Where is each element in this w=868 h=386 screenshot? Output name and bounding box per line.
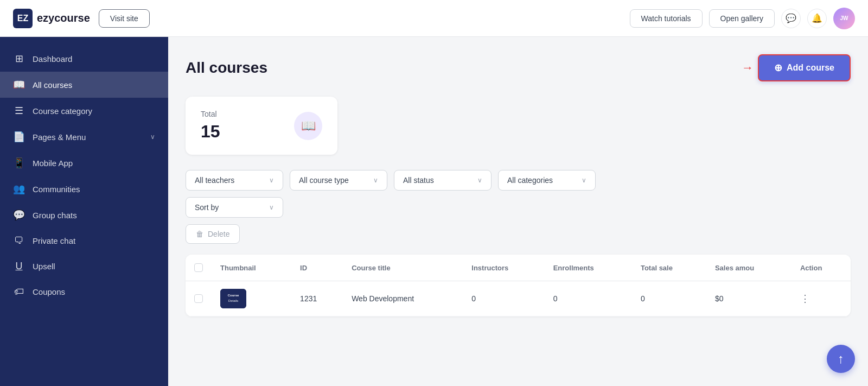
stats-icon: 📖 (294, 112, 322, 140)
row-sales-amount: $0 (706, 281, 792, 317)
row-instructors: 0 (463, 281, 544, 317)
topbar-right: Watch tutorials Open gallery 💬 🔔 JW (630, 8, 855, 29)
category-icon: ☰ (13, 105, 25, 117)
courses-table: Thumbnail ID Course title Instructors En… (186, 255, 851, 317)
topbar: EZ ezycourse Visit site Watch tutorials … (0, 0, 868, 37)
page-header: All courses → ⊕ Add course (186, 54, 851, 81)
stats-info: Total 15 (201, 110, 220, 142)
all-course-type-filter[interactable]: All course type ∨ (290, 170, 387, 191)
header-right: → ⊕ Add course (758, 54, 851, 81)
sidebar-item-label: Pages & Menu (33, 132, 86, 142)
filters-row-2: Sort by ∨ (186, 197, 851, 218)
book-stats-icon: 📖 (301, 119, 316, 133)
chevron-down-icon: ∨ (373, 176, 378, 184)
pages-icon: 📄 (13, 131, 25, 143)
notification-bell-button[interactable]: 🔔 (807, 9, 827, 28)
courses-table-element: Thumbnail ID Course title Instructors En… (186, 255, 851, 317)
row-id: 1231 (291, 281, 343, 317)
svg-rect-0 (220, 289, 246, 308)
all-categories-filter[interactable]: All categories ∨ (498, 170, 596, 191)
all-teachers-filter[interactable]: All teachers ∨ (186, 170, 283, 191)
logo-icon: EZ (13, 9, 33, 28)
row-course-title: Web Development (343, 281, 463, 317)
topbar-left: EZ ezycourse Visit site (13, 9, 150, 28)
row-checkbox-cell (186, 281, 212, 317)
user-avatar[interactable]: JW (833, 8, 855, 29)
col-id: ID (291, 255, 343, 281)
row-thumbnail: Course Details (212, 281, 291, 317)
bell-icon: 🔔 (812, 13, 822, 23)
coupons-icon: 🏷 (13, 286, 25, 298)
sidebar-item-label: Private chat (33, 236, 75, 245)
sidebar-item-pages-menu[interactable]: 📄 Pages & Menu ∨ (0, 124, 168, 150)
svg-text:Course: Course (228, 294, 239, 297)
chevron-down-icon: ∨ (150, 133, 155, 141)
mobile-icon: 📱 (13, 157, 25, 169)
sidebar-item-dashboard[interactable]: ⊞ Dashboard (0, 46, 168, 72)
sidebar-item-communities[interactable]: 👥 Communities (0, 176, 168, 202)
sidebar-item-label: Course category (33, 106, 92, 116)
visit-site-button[interactable]: Visit site (99, 9, 150, 28)
col-instructors: Instructors (463, 255, 544, 281)
dashboard-icon: ⊞ (13, 53, 25, 65)
sidebar-item-private-chat[interactable]: 🗨 Private chat (0, 228, 168, 254)
logo-text: ezycourse (37, 12, 90, 24)
sidebar-item-label: Communities (33, 185, 80, 194)
course-thumbnail: Course Details (220, 289, 246, 308)
group-chat-icon: 💬 (13, 209, 25, 221)
fab-button[interactable]: ↑ (827, 345, 855, 373)
col-enrollments: Enrollments (545, 255, 632, 281)
book-icon: 📖 (13, 79, 25, 91)
sidebar: ⊞ Dashboard 📖 All courses ← ☰ Course cat… (0, 37, 168, 386)
col-thumbnail: Thumbnail (212, 255, 291, 281)
sidebar-item-course-category[interactable]: ☰ Course category (0, 98, 168, 124)
chevron-down-icon: ∨ (582, 176, 586, 184)
select-all-header (186, 255, 212, 281)
watch-tutorials-button[interactable]: Watch tutorials (630, 9, 703, 28)
sidebar-item-mobile-app[interactable]: 📱 Mobile App (0, 150, 168, 176)
sidebar-item-upsell[interactable]: U Upsell (0, 254, 168, 279)
app-layout: ⊞ Dashboard 📖 All courses ← ☰ Course cat… (0, 37, 868, 386)
sidebar-item-label: Group chats (33, 211, 77, 220)
chevron-down-icon: ∨ (269, 204, 274, 211)
table-row: Course Details 1231 Web Development 0 0 … (186, 281, 851, 317)
row-checkbox[interactable] (194, 294, 203, 303)
chevron-down-icon: ∨ (477, 176, 482, 184)
delete-button[interactable]: 🗑 Delete (186, 224, 240, 244)
chat-icon: 💬 (786, 13, 796, 23)
private-chat-icon: 🗨 (13, 235, 25, 246)
sidebar-item-coupons[interactable]: 🏷 Coupons (0, 279, 168, 305)
communities-icon: 👥 (13, 183, 25, 195)
table-header-row: Thumbnail ID Course title Instructors En… (186, 255, 851, 281)
stats-label: Total (201, 110, 220, 118)
chat-icon-button[interactable]: 💬 (781, 9, 801, 28)
trash-icon: 🗑 (196, 230, 203, 238)
svg-text:Details: Details (228, 299, 238, 302)
open-gallery-button[interactable]: Open gallery (709, 9, 775, 28)
sidebar-item-label: Coupons (33, 287, 65, 296)
row-enrollments: 0 (545, 281, 632, 317)
row-action-button[interactable]: ⋮ (800, 293, 810, 305)
col-total-sale: Total sale (632, 255, 706, 281)
sidebar-item-label: Upsell (33, 262, 55, 271)
plus-circle-icon: ⊕ (774, 62, 782, 74)
logo: EZ ezycourse (13, 9, 90, 28)
sidebar-item-all-courses[interactable]: 📖 All courses ← (0, 72, 168, 98)
sidebar-item-label: Dashboard (33, 54, 72, 64)
sidebar-item-label: All courses (33, 80, 72, 90)
sort-by-filter[interactable]: Sort by ∨ (186, 197, 283, 218)
stats-value: 15 (201, 122, 220, 142)
add-course-button[interactable]: ⊕ Add course (758, 54, 851, 81)
stats-card: Total 15 📖 (186, 97, 337, 155)
add-course-arrow: → (742, 61, 754, 75)
sidebar-item-group-chats[interactable]: 💬 Group chats (0, 202, 168, 228)
all-status-filter[interactable]: All status ∨ (394, 170, 492, 191)
select-all-checkbox[interactable] (194, 263, 203, 272)
thumbnail-placeholder-svg: Course Details (220, 289, 246, 308)
col-course-title: Course title (343, 255, 463, 281)
col-action: Action (792, 255, 851, 281)
main-content: All courses → ⊕ Add course Total 15 📖 Al (168, 37, 868, 386)
col-sales-amount: Sales amou (706, 255, 792, 281)
row-total-sale: 0 (632, 281, 706, 317)
sidebar-item-label: Mobile App (33, 159, 73, 168)
